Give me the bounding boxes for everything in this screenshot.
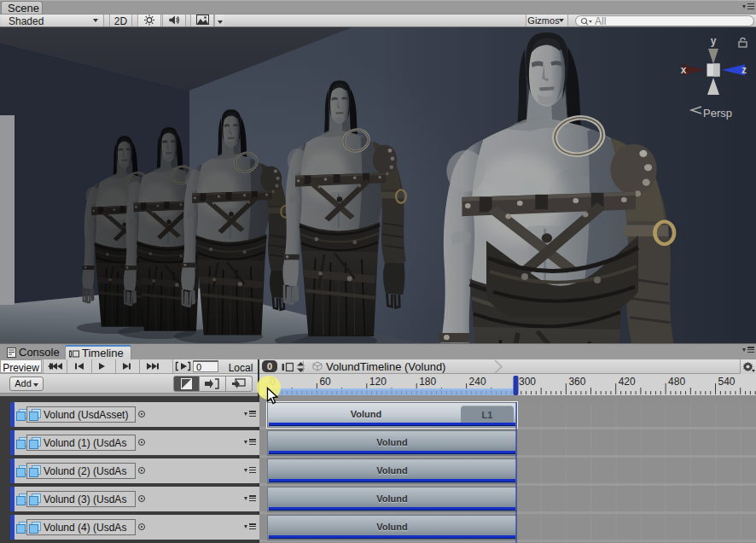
svg-text:420: 420: [619, 376, 636, 388]
svg-text:x: x: [681, 64, 687, 76]
svg-text:z: z: [741, 64, 747, 76]
svg-text:300: 300: [519, 376, 536, 388]
svg-text:360: 360: [568, 376, 585, 388]
svg-text:240: 240: [469, 376, 486, 388]
svg-text:120: 120: [369, 376, 387, 388]
svg-text:480: 480: [668, 376, 685, 388]
svg-text:y: y: [711, 35, 717, 47]
svg-text:180: 180: [419, 376, 436, 388]
svg-text:Persp: Persp: [703, 107, 732, 120]
svg-text:540: 540: [718, 376, 736, 388]
svg-text:60: 60: [319, 376, 331, 388]
